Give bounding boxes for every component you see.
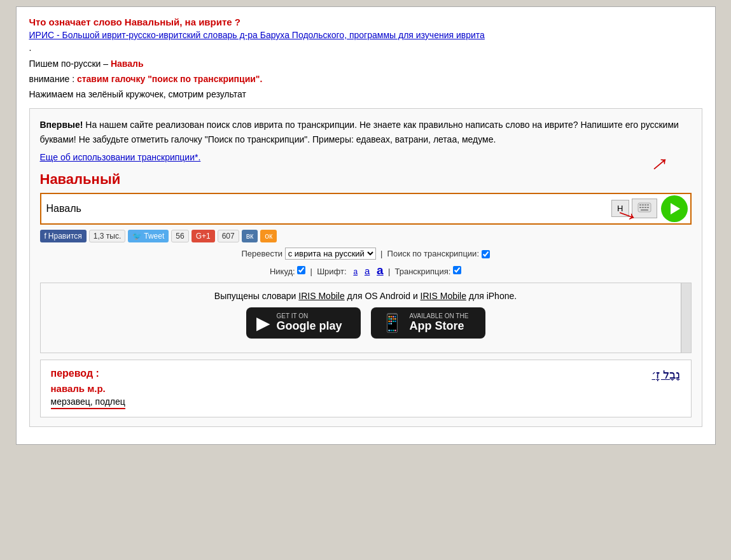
instruction-block: Пишем по-русски – Наваль внимание : став… (29, 57, 702, 102)
google-play-icon: ▶ (256, 312, 270, 333)
svg-rect-2 (642, 204, 644, 206)
fb-like-label: Нравится (48, 232, 82, 241)
search-row: Н (40, 193, 692, 225)
word-title: Навальный (40, 171, 692, 188)
font-label: Шрифт: (317, 267, 346, 276)
nikud-row: Никуд: | Шрифт: а а а | Транскрипция: (40, 263, 692, 277)
app-store-small-text: Available on the (410, 312, 469, 319)
app-store-icon: 📱 (381, 312, 403, 333)
google-play-big-text: Google play (277, 319, 342, 333)
options-translate-label: Перевести (241, 249, 282, 258)
gplus-count: 607 (218, 230, 239, 242)
box-text: Впервые! На нашем сайте реализован поиск… (40, 118, 692, 146)
hebrew-word: נָבָל זׇ׳ (651, 368, 680, 382)
translation-meaning-text: мерзавец, подлец (51, 396, 125, 409)
store-buttons: ▶ GET IT ON Google play 📱 Available on t… (51, 307, 681, 339)
content-area: Выпущены словари IRIS Mobile для OS Andr… (40, 283, 692, 353)
app-store-big-text: App Store (410, 319, 469, 333)
search-input[interactable] (41, 199, 611, 218)
nikud-label: Никуд: (270, 267, 295, 276)
title-question: Что означает слово Навальный, на иврите … (29, 17, 702, 27)
svg-rect-6 (642, 207, 644, 208)
svg-rect-7 (644, 207, 646, 208)
app-store-button[interactable]: 📱 Available on the App Store (371, 307, 485, 339)
svg-rect-4 (647, 204, 649, 206)
fb-like-count: 1,3 тыс. (89, 230, 125, 242)
social-row: f Нравится 1,3 тыс. 🐦 Tweet 56 G+1 607 в… (40, 230, 692, 242)
transcription-checkbox-label: Поиск по транскрипции: (387, 249, 479, 258)
google-play-text: GET IT ON Google play (277, 312, 342, 333)
google-play-button[interactable]: ▶ GET IT ON Google play (246, 307, 361, 339)
facebook-like-button[interactable]: f Нравится (40, 230, 87, 242)
svg-rect-1 (639, 204, 641, 206)
scrollbar[interactable] (681, 283, 691, 353)
font-big-button[interactable]: а (377, 263, 384, 277)
nikud-checkbox[interactable] (297, 266, 305, 274)
gplus-button[interactable]: G+1 (191, 230, 215, 242)
svg-rect-9 (641, 209, 648, 211)
heb-button[interactable]: Н (611, 200, 629, 217)
instruction-line2-plain: внимание : (29, 74, 77, 84)
fb-icon: f (45, 232, 46, 241)
main-info-box: Впервые! На нашем сайте реализован поиск… (29, 108, 702, 426)
svg-rect-8 (647, 207, 649, 208)
transcription2-checkbox[interactable] (453, 266, 461, 274)
instruction-line2: внимание : ставим галочку "поиск по тран… (29, 72, 702, 87)
translate-direction-select[interactable]: с иврита на русский (285, 248, 376, 260)
iris-link[interactable]: ИРИС - Большой иврит-русско-ивритский сл… (29, 30, 702, 40)
vk-button[interactable]: вк (242, 230, 258, 242)
tw-count: 56 (171, 230, 188, 242)
content-inner: Выпущены словари IRIS Mobile для OS Andr… (41, 283, 691, 353)
instruction-line1-plain: Пишем по-русски – (29, 59, 111, 69)
transcription-checkbox[interactable] (482, 250, 490, 258)
options-row: Перевести с иврита на русский | Поиск по… (40, 248, 692, 260)
instruction-line2-red: ставим галочку "поиск по транскрипции". (77, 74, 262, 84)
translation-label: перевод : (51, 368, 681, 379)
font-small-button[interactable]: а (353, 267, 358, 276)
tw-label: Tweet (144, 232, 164, 241)
transcription2-label: Транскрипция: (395, 267, 451, 276)
keyboard-icon (637, 202, 651, 213)
play-icon (671, 203, 680, 214)
ok-button[interactable]: ок (260, 230, 277, 242)
app-store-text: Available on the App Store (410, 312, 469, 333)
play-button[interactable] (661, 195, 688, 222)
translation-word: наваль м.р. (51, 383, 681, 394)
svg-rect-3 (644, 204, 646, 206)
svg-rect-5 (639, 207, 641, 208)
gplus-label: G+1 (196, 232, 211, 241)
instruction-line1: Пишем по-русски – Наваль (29, 57, 702, 72)
dot-line: . (29, 43, 702, 53)
twitter-tweet-button[interactable]: 🐦 Tweet (128, 230, 169, 242)
keyboard-button[interactable] (632, 199, 657, 218)
translation-meaning: мерзавец, подлец (51, 396, 681, 409)
tw-icon: 🐦 (132, 232, 142, 241)
google-play-small-text: GET IT ON (277, 312, 342, 319)
instruction-line1-red: Наваль (111, 59, 144, 69)
translation-section: перевод : наваль м.р. мерзавец, подлец נ… (40, 360, 692, 417)
content-area-title: Выпущены словари IRIS Mobile для OS Andr… (51, 291, 681, 301)
box-link-line: Еще об использовании транскрипции*. (40, 150, 692, 164)
instruction-line3: Нажимаем на зелёный кружочек, смотрим ре… (29, 87, 702, 102)
font-med-button[interactable]: а (365, 265, 370, 276)
main-container: Что означает слово Навальный, на иврите … (16, 6, 716, 445)
transcription-link[interactable]: Еще об использовании транскрипции*. (40, 152, 201, 162)
